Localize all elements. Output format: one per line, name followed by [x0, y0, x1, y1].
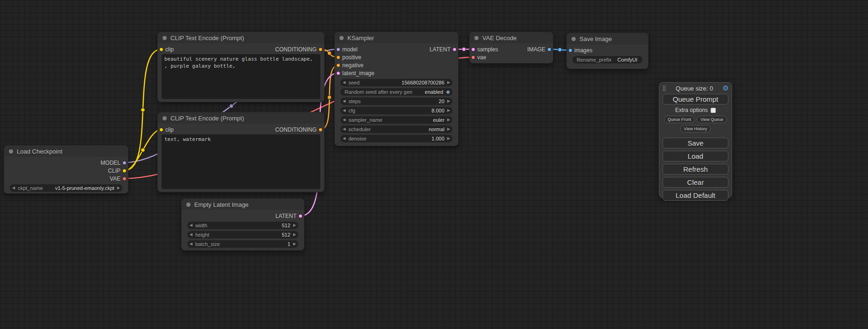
increment-arrow-icon[interactable]: ▶ — [447, 81, 450, 84]
view-history-button[interactable]: View History — [680, 125, 711, 133]
increment-arrow-icon[interactable]: ▶ — [293, 233, 296, 237]
widget-width[interactable]: ◀ width 512 ▶ — [187, 222, 298, 229]
node-load-checkpoint: Load Checkpoint MODEL CLIP VAE ◀ ckpt_na… — [4, 145, 128, 194]
decrement-arrow-icon[interactable]: ◀ — [190, 233, 192, 237]
queue-prompt-button[interactable]: Queue Prompt — [663, 94, 728, 105]
widget-value: enabled — [425, 89, 443, 95]
node-collapse-dot[interactable] — [474, 36, 479, 40]
node-collapse-dot[interactable] — [162, 36, 167, 40]
widget-filename-prefix[interactable]: filename_prefix ComfyUI — [572, 56, 642, 63]
port-vae-input[interactable] — [471, 55, 475, 59]
queue-panel: ⣿ Queue size: 0 ⚙ Queue Prompt Extra opt… — [659, 82, 732, 198]
slot-row-clip-conditioning: clip CONDITIONING — [158, 45, 324, 53]
widget-name: scheduler — [348, 126, 371, 132]
widget-seed[interactable]: ◀ seed 156680208700286 ▶ — [340, 79, 452, 86]
increment-arrow-icon[interactable]: ▶ — [447, 109, 450, 112]
decrement-arrow-icon[interactable]: ◀ — [343, 81, 346, 84]
port-conditioning-output[interactable] — [318, 47, 323, 51]
node-collapse-dot[interactable] — [9, 149, 13, 154]
extra-options-checkbox[interactable] — [711, 108, 716, 113]
port-vae-output[interactable] — [122, 176, 127, 181]
node-collapse-dot[interactable] — [572, 37, 576, 41]
increment-arrow-icon[interactable]: ▶ — [447, 137, 450, 140]
graph-canvas[interactable]: Load Checkpoint MODEL CLIP VAE ◀ ckpt_na… — [0, 0, 868, 329]
port-negative-input[interactable] — [336, 63, 340, 67]
positive-prompt-textarea[interactable]: beautiful scenery nature glass bottle la… — [162, 54, 320, 99]
increment-arrow-icon[interactable]: ▶ — [293, 224, 296, 227]
decrement-arrow-icon[interactable]: ◀ — [12, 186, 15, 190]
node-title-label: CLIP Text Encode (Prompt) — [170, 35, 244, 42]
node-empty-latent-image: Empty Latent Image LATENT ◀ width 512 ▶ … — [181, 198, 304, 251]
negative-prompt-textarea[interactable]: text, watermark — [162, 134, 320, 189]
widget-value: ComfyUI — [617, 57, 637, 63]
widget-value: v1-5-pruned-emaonly.ckpt — [55, 185, 114, 191]
port-clip-output[interactable] — [122, 168, 127, 173]
port-latent-output[interactable] — [452, 47, 457, 51]
widget-scheduler[interactable]: ◀ scheduler normal ▶ — [340, 126, 452, 133]
widget-cfg[interactable]: ◀ cfg 8.000 ▶ — [340, 107, 452, 114]
node-titlebar[interactable]: VAE Decode — [470, 32, 553, 43]
queue-front-button[interactable]: Queue Front — [664, 116, 695, 123]
decrement-arrow-icon[interactable]: ◀ — [190, 224, 192, 227]
increment-arrow-icon[interactable]: ▶ — [117, 186, 120, 190]
node-titlebar[interactable]: Save Image — [567, 33, 648, 44]
view-queue-button[interactable]: View Queue — [697, 116, 727, 123]
node-titlebar[interactable]: Empty Latent Image — [182, 199, 304, 210]
output-label-latent: LATENT — [275, 213, 296, 219]
increment-arrow-icon[interactable]: ▶ — [447, 127, 450, 131]
port-images-input[interactable] — [568, 48, 572, 52]
decrement-arrow-icon[interactable]: ◀ — [343, 109, 346, 112]
node-titlebar[interactable]: CLIP Text Encode (Prompt) — [158, 112, 324, 124]
refresh-button[interactable]: Refresh — [663, 164, 728, 175]
input-slot-negative: negative — [335, 61, 458, 69]
decrement-arrow-icon[interactable]: ◀ — [343, 137, 346, 140]
widget-name: steps — [348, 98, 360, 104]
widget-random-seed-toggle[interactable]: Random seed after every gen enabled — [340, 88, 452, 96]
decrement-arrow-icon[interactable]: ◀ — [343, 127, 346, 131]
node-title-label: Empty Latent Image — [194, 201, 248, 208]
port-image-output[interactable] — [547, 47, 551, 51]
port-model-output[interactable] — [122, 161, 127, 165]
widget-value: 1 — [288, 241, 290, 247]
node-collapse-dot[interactable] — [162, 116, 167, 120]
widget-name: cfg — [348, 108, 355, 113]
save-button[interactable]: Save — [663, 138, 728, 148]
widget-ckpt-name[interactable]: ◀ ckpt_name v1-5-pruned-emaonly.ckpt ▶ — [10, 184, 122, 192]
load-button[interactable]: Load — [663, 151, 728, 161]
node-collapse-dot[interactable] — [339, 36, 344, 40]
port-samples-input[interactable] — [471, 47, 475, 51]
increment-arrow-icon[interactable]: ▶ — [447, 118, 450, 122]
load-default-button[interactable]: Load Default — [663, 190, 728, 201]
output-label-vae: VAE — [110, 175, 120, 182]
port-positive-input[interactable] — [336, 55, 340, 59]
port-conditioning-output[interactable] — [318, 127, 323, 132]
node-titlebar[interactable]: KSampler — [335, 32, 458, 43]
output-label-conditioning: CONDITIONING — [275, 126, 317, 133]
clear-button[interactable]: Clear — [663, 177, 728, 188]
node-collapse-dot[interactable] — [186, 203, 191, 207]
port-clip-input[interactable] — [159, 47, 163, 51]
node-title-label: Load Checkpoint — [17, 148, 63, 155]
widget-height[interactable]: ◀ height 512 ▶ — [187, 231, 298, 238]
increment-arrow-icon[interactable]: ▶ — [447, 99, 450, 103]
port-latent-image-input[interactable] — [336, 71, 340, 75]
widget-name: width — [195, 223, 207, 228]
widget-denoise[interactable]: ◀ denoise 1.000 ▶ — [340, 135, 452, 142]
node-titlebar[interactable]: CLIP Text Encode (Prompt) — [158, 32, 324, 43]
decrement-arrow-icon[interactable]: ◀ — [343, 118, 346, 122]
widget-sampler-name[interactable]: ◀ sampler_name euler ▶ — [340, 116, 452, 124]
port-latent-output[interactable] — [298, 214, 303, 218]
drag-handle-icon[interactable]: ⣿ — [662, 85, 666, 91]
port-model-input[interactable] — [336, 47, 340, 51]
settings-gear-icon[interactable]: ⚙ — [723, 84, 729, 92]
port-clip-input[interactable] — [159, 127, 163, 132]
node-clip-text-encode-positive: CLIP Text Encode (Prompt) clip CONDITION… — [157, 32, 325, 102]
decrement-arrow-icon[interactable]: ◀ — [343, 99, 346, 103]
node-titlebar[interactable]: Load Checkpoint — [4, 146, 128, 157]
decrement-arrow-icon[interactable]: ◀ — [190, 242, 192, 246]
increment-arrow-icon[interactable]: ▶ — [293, 242, 296, 246]
widget-batch-size[interactable]: ◀ batch_size 1 ▶ — [187, 240, 298, 248]
widget-steps[interactable]: ◀ steps 20 ▶ — [340, 98, 452, 105]
toggle-indicator[interactable] — [446, 90, 450, 94]
widget-value: 1.000 — [431, 136, 445, 141]
